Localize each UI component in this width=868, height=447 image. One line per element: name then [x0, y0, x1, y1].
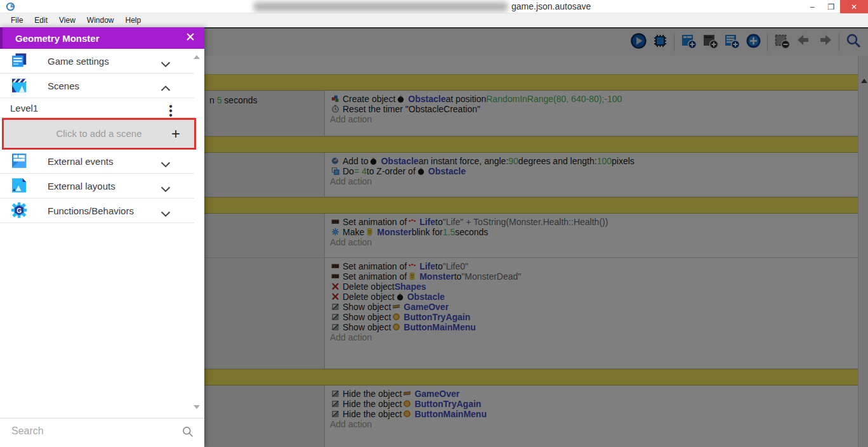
item-label: External events [48, 156, 113, 167]
item-label: External layouts [48, 181, 115, 191]
functions-behaviors-icon: G [9, 201, 28, 220]
sidebar-item-external-events[interactable]: External events [0, 149, 194, 174]
drawer-search-bar [0, 418, 204, 447]
item-label: Functions/Behaviors [48, 205, 134, 216]
game-settings-icon [9, 51, 28, 70]
drawer-close-icon[interactable]: ✕ [185, 30, 195, 44]
drawer-scroll-up-icon[interactable] [194, 55, 200, 59]
svg-text:G: G [16, 207, 22, 214]
title-bar: game.json.autosave – ❐ ✕ [0, 0, 868, 13]
menu-view[interactable]: View [53, 14, 81, 27]
drawer-scroll-down-icon[interactable] [194, 405, 200, 409]
chevron-down-icon[interactable] [159, 207, 173, 223]
project-tree: Game settingsScenesLevel1•••Click to add… [0, 49, 194, 223]
sidebar-item-functions-behaviors[interactable]: GFunctions/Behaviors [0, 198, 194, 223]
application-window: game.json.autosave – ❐ ✕ FileEditViewWin… [0, 0, 868, 447]
search-input[interactable] [10, 425, 169, 437]
item-label: Level1 [10, 103, 38, 113]
menu-bar: FileEditViewWindowHelp [0, 13, 868, 27]
title-redacted-blur [254, 2, 508, 11]
menu-file[interactable]: File [5, 14, 29, 27]
plus-icon: + [171, 125, 180, 143]
item-label: Game settings [48, 56, 109, 67]
project-title: Geometry Monster [15, 33, 100, 44]
minimize-button[interactable]: – [803, 0, 821, 13]
sidebar-item-game-settings[interactable]: Game settings [0, 49, 194, 74]
kebab-menu-icon[interactable]: ••• [168, 104, 174, 117]
restore-button[interactable]: ❐ [822, 0, 840, 13]
scene-item-level1[interactable]: Level1••• [0, 98, 194, 118]
close-button[interactable]: ✕ [840, 0, 868, 13]
sidebar-item-scenes[interactable]: Scenes [0, 74, 194, 98]
add-scene-item: Click to add a scene+ [0, 118, 194, 149]
search-icon [181, 425, 194, 438]
window-title: game.json.autosave [511, 1, 591, 11]
menu-window[interactable]: Window [81, 14, 120, 27]
menu-help[interactable]: Help [120, 14, 147, 27]
project-manager-drawer: Geometry Monster ✕ Game settingsScenesLe… [0, 27, 204, 447]
gdevelop-logo-icon [6, 2, 15, 11]
drawer-header: Geometry Monster ✕ [0, 27, 204, 49]
chevron-down-icon[interactable] [159, 57, 173, 74]
menu-edit[interactable]: Edit [29, 14, 53, 27]
external-events-icon [9, 152, 28, 171]
add-scene-label: Click to add a scene [56, 128, 141, 139]
chevron-down-icon[interactable] [159, 182, 173, 198]
chevron-down-icon[interactable] [159, 157, 173, 174]
sidebar-item-external-layouts[interactable]: External layouts [0, 174, 194, 198]
external-layouts-icon [9, 176, 28, 195]
chevron-up-icon[interactable] [159, 82, 173, 98]
add-scene-button[interactable]: Click to add a scene+ [4, 120, 194, 147]
item-label: Scenes [48, 81, 79, 91]
scenes-icon [9, 76, 28, 95]
